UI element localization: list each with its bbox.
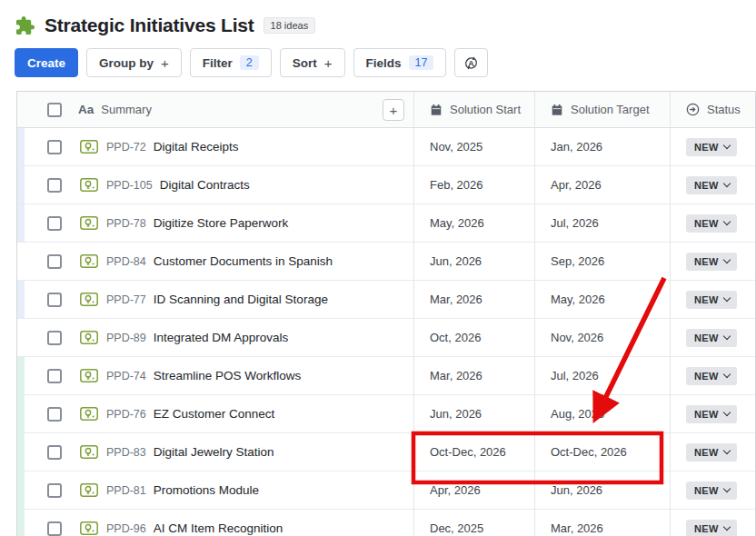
idea-id: PPD-89 xyxy=(106,332,146,344)
solution-target-cell[interactable]: Nov, 2026 xyxy=(534,319,670,356)
status-dropdown[interactable]: NEW xyxy=(686,329,737,347)
status-cell: NEW xyxy=(670,510,755,536)
row-color-stripe xyxy=(17,471,25,509)
row-checkbox[interactable] xyxy=(47,178,62,193)
row-color-stripe xyxy=(17,281,25,318)
idea-summary-link[interactable]: Digitize Store Paperwork xyxy=(154,216,289,230)
solution-target-column-header[interactable]: Solution Target xyxy=(534,92,670,127)
idea-id: PPD-78 xyxy=(106,217,146,230)
solution-target-cell[interactable]: Jan, 2026 xyxy=(534,128,670,165)
row-checkbox[interactable] xyxy=(47,331,62,345)
row-color-stripe xyxy=(17,243,25,280)
sort-label: Sort xyxy=(293,56,317,70)
filter-count-badge: 2 xyxy=(240,55,259,70)
summary-cell: PPD-77 ID Scanning and Digital Storage xyxy=(17,281,413,318)
idea-summary-link[interactable]: Integrated DM Approvals xyxy=(154,331,289,344)
puzzle-icon xyxy=(15,15,35,36)
status-dropdown[interactable]: NEW xyxy=(686,176,737,194)
sort-button[interactable]: Sort + xyxy=(280,48,345,77)
status-dropdown[interactable]: NEW xyxy=(686,291,737,309)
solution-target-cell[interactable]: Aug, 2026 xyxy=(534,395,670,432)
solution-target-cell[interactable]: Mar, 2026 xyxy=(534,510,670,536)
ideas-table: Aa Summary + Solution Start Solution T xyxy=(16,91,756,536)
status-dropdown[interactable]: NEW xyxy=(686,214,737,233)
status-dropdown[interactable]: NEW xyxy=(686,520,737,536)
status-label: NEW xyxy=(694,523,719,534)
status-label: NEW xyxy=(694,256,719,267)
table-row: PPD-96 AI CM Item Recognition Dec, 2025 … xyxy=(17,510,755,536)
row-checkbox[interactable] xyxy=(47,521,62,536)
solution-start-cell[interactable]: May, 2026 xyxy=(413,204,534,242)
solution-start-cell[interactable]: Oct, 2026 xyxy=(413,319,534,356)
status-column-label: Status xyxy=(707,103,741,116)
status-label: NEW xyxy=(694,294,719,305)
add-column-button[interactable]: + xyxy=(383,99,404,121)
chevron-down-icon xyxy=(722,180,730,187)
solution-target-cell[interactable]: Oct-Dec, 2026 xyxy=(534,433,670,471)
table-row: PPD-74 Streamline POS Workflows Mar, 202… xyxy=(17,357,755,395)
row-checkbox[interactable] xyxy=(47,483,62,498)
idea-summary-link[interactable]: Digital Contracts xyxy=(160,178,250,192)
row-checkbox[interactable] xyxy=(47,445,62,460)
idea-summary-link[interactable]: Customer Documents in Spanish xyxy=(154,254,333,268)
group-by-button[interactable]: Group by + xyxy=(86,48,182,77)
row-checkbox[interactable] xyxy=(47,254,62,269)
solution-start-cell[interactable]: Nov, 2025 xyxy=(413,128,534,165)
status-dropdown[interactable]: NEW xyxy=(686,367,737,385)
solution-target-cell[interactable]: Jun, 2026 xyxy=(534,471,670,509)
ideas-list-page: Strategic Initiatives List 18 ideas Crea… xyxy=(0,0,756,536)
solution-target-cell[interactable]: Jul, 2026 xyxy=(534,204,670,242)
status-dropdown[interactable]: NEW xyxy=(686,253,737,271)
status-dropdown[interactable]: NEW xyxy=(686,138,737,156)
solution-target-cell[interactable]: Jul, 2026 xyxy=(534,357,670,394)
select-all-checkbox[interactable] xyxy=(47,103,62,117)
row-checkbox[interactable] xyxy=(47,369,62,383)
solution-target-cell[interactable]: Apr, 2026 xyxy=(534,166,670,203)
solution-start-cell[interactable]: Mar, 2026 xyxy=(413,357,534,394)
sort-alphabetical-button[interactable]: A xyxy=(454,48,488,77)
filter-button[interactable]: Filter 2 xyxy=(190,48,272,77)
solution-start-cell[interactable]: Apr, 2026 xyxy=(413,471,534,509)
row-color-stripe xyxy=(17,433,25,471)
idea-summary-link[interactable]: ID Scanning and Digital Storage xyxy=(154,293,328,306)
idea-summary-link[interactable]: Digital Jewelry Station xyxy=(154,445,274,459)
create-button[interactable]: Create xyxy=(15,48,78,77)
row-checkbox[interactable] xyxy=(47,407,62,422)
summary-cell: PPD-84 Customer Documents in Spanish xyxy=(17,243,413,280)
calendar-icon xyxy=(430,104,443,116)
row-color-stripe xyxy=(17,166,25,203)
idea-summary-link[interactable]: Promotions Module xyxy=(154,483,259,497)
status-label: NEW xyxy=(694,142,719,153)
chevron-down-icon xyxy=(722,523,730,531)
solution-start-cell[interactable]: Dec, 2025 xyxy=(413,510,534,536)
summary-cell: PPD-74 Streamline POS Workflows xyxy=(17,357,413,394)
row-checkbox[interactable] xyxy=(47,293,62,307)
solution-start-cell[interactable]: Mar, 2026 xyxy=(413,281,534,318)
solution-start-cell[interactable]: Oct-Dec, 2026 xyxy=(413,433,534,471)
table-row: PPD-76 EZ Customer Connect Jun, 2026 Aug… xyxy=(17,395,755,433)
status-dropdown[interactable]: NEW xyxy=(686,443,737,462)
table-row: PPD-84 Customer Documents in Spanish Jun… xyxy=(17,243,755,281)
solution-start-column-header[interactable]: Solution Start xyxy=(413,92,534,127)
status-label: NEW xyxy=(694,485,719,496)
row-checkbox[interactable] xyxy=(47,216,62,231)
idea-summary-link[interactable]: Streamline POS Workflows xyxy=(154,369,302,382)
idea-summary-link[interactable]: AI CM Item Recognition xyxy=(154,521,284,535)
fields-button[interactable]: Fields 17 xyxy=(353,48,447,77)
solution-target-cell[interactable]: May, 2026 xyxy=(534,281,670,318)
idea-summary-link[interactable]: Digital Receipts xyxy=(154,140,239,154)
status-dropdown[interactable]: NEW xyxy=(686,481,737,500)
idea-lightbulb-icon xyxy=(80,254,98,268)
solution-target-cell[interactable]: Sep, 2026 xyxy=(534,243,670,280)
table-row: PPD-83 Digital Jewelry Station Oct-Dec, … xyxy=(17,433,755,471)
summary-column-header[interactable]: Aa Summary + xyxy=(17,92,413,127)
idea-summary-link[interactable]: EZ Customer Connect xyxy=(154,407,275,421)
status-label: NEW xyxy=(694,447,719,458)
row-checkbox[interactable] xyxy=(47,140,62,154)
solution-start-cell[interactable]: Jun, 2026 xyxy=(413,243,534,280)
solution-start-cell[interactable]: Jun, 2026 xyxy=(413,395,534,432)
status-column-header[interactable]: Status xyxy=(670,92,755,127)
solution-start-cell[interactable]: Feb, 2026 xyxy=(413,166,534,203)
row-color-stripe xyxy=(17,128,25,165)
status-dropdown[interactable]: NEW xyxy=(686,405,737,423)
